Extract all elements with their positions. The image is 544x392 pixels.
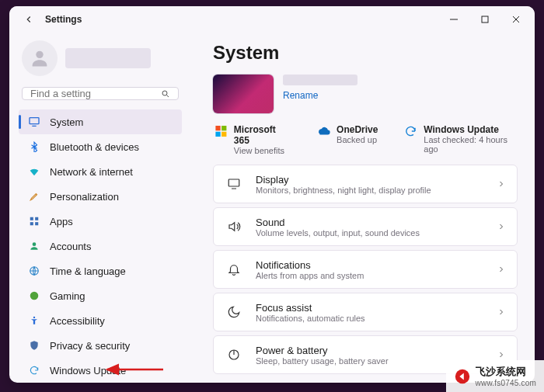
watermark-text: 飞沙系统网 bbox=[476, 365, 536, 379]
bell-icon bbox=[226, 262, 242, 277]
minimize-button[interactable] bbox=[438, 7, 469, 32]
chevron-right-icon bbox=[497, 350, 506, 359]
search-icon bbox=[161, 88, 170, 99]
avatar bbox=[22, 40, 58, 76]
svg-rect-16 bbox=[215, 126, 220, 130]
info-strip: Microsoft 365 View benefits OneDrive Bac… bbox=[213, 124, 518, 155]
svg-point-13 bbox=[30, 292, 39, 300]
update-icon bbox=[28, 364, 40, 376]
accessibility-icon bbox=[28, 314, 40, 327]
device-thumbnail[interactable] bbox=[213, 75, 274, 113]
svg-rect-19 bbox=[221, 132, 226, 137]
brush-icon bbox=[28, 190, 40, 203]
close-button[interactable] bbox=[500, 7, 532, 32]
search-input[interactable] bbox=[30, 88, 161, 99]
sidebar-item-accessibility[interactable]: Accessibility bbox=[19, 308, 182, 333]
svg-rect-8 bbox=[35, 217, 38, 220]
person-icon bbox=[28, 240, 40, 252]
m365-icon bbox=[214, 124, 228, 138]
svg-rect-18 bbox=[215, 132, 220, 137]
shield-icon bbox=[28, 339, 40, 352]
info-sub: Last checked: 4 hours ago bbox=[424, 135, 518, 154]
monitor-icon bbox=[28, 116, 40, 128]
svg-line-4 bbox=[167, 95, 169, 97]
watermark-sub: www.fs0745.com bbox=[476, 379, 536, 387]
info-title: Windows Update bbox=[424, 124, 518, 135]
onedrive-icon bbox=[316, 124, 330, 138]
maximize-icon bbox=[481, 16, 489, 23]
device-name-placeholder bbox=[283, 75, 357, 85]
svg-rect-7 bbox=[30, 217, 33, 220]
sidebar-item-label: Personalization bbox=[50, 191, 119, 203]
back-button[interactable] bbox=[19, 9, 39, 29]
power-icon bbox=[226, 347, 242, 363]
svg-rect-1 bbox=[482, 16, 488, 23]
sidebar-item-label: Accessibility bbox=[50, 315, 105, 327]
card-sub: Monitors, brightness, night light, displ… bbox=[256, 186, 483, 195]
sidebar-item-time-language[interactable]: Time & language bbox=[19, 258, 182, 283]
window-controls bbox=[438, 7, 532, 32]
person-icon bbox=[29, 47, 51, 69]
card-title: Focus assist bbox=[256, 302, 483, 314]
sidebar-item-personalization[interactable]: Personalization bbox=[19, 184, 182, 209]
chevron-right-icon bbox=[497, 265, 506, 274]
wifi-icon bbox=[28, 165, 40, 178]
titlebar: Settings bbox=[9, 6, 535, 33]
sidebar-item-privacy[interactable]: Privacy & security bbox=[19, 333, 182, 358]
settings-window: Settings System bbox=[9, 6, 535, 383]
card-display[interactable]: Display Monitors, brightness, night ligh… bbox=[213, 165, 518, 203]
info-title: OneDrive bbox=[337, 124, 378, 135]
sidebar-item-label: Bluetooth & devices bbox=[50, 141, 139, 153]
card-sound[interactable]: Sound Volume levels, output, input, soun… bbox=[213, 207, 518, 246]
watermark: 飞沙系统网 www.fs0745.com bbox=[446, 360, 544, 392]
svg-point-14 bbox=[33, 317, 35, 318]
sidebar-item-label: System bbox=[50, 116, 83, 128]
sidebar-item-network[interactable]: Network & internet bbox=[19, 159, 182, 184]
red-arrow-callout bbox=[103, 363, 165, 376]
sidebar-item-label: Network & internet bbox=[50, 166, 133, 178]
search-box[interactable] bbox=[22, 87, 179, 100]
profile-block[interactable] bbox=[19, 37, 190, 87]
svg-rect-17 bbox=[221, 126, 226, 130]
watermark-logo-icon bbox=[454, 368, 471, 385]
card-sub: Alerts from apps and system bbox=[256, 271, 483, 280]
main-panel: System Rename Microsoft 365 View benefit… bbox=[190, 33, 535, 383]
update-icon bbox=[404, 124, 417, 138]
sidebar-item-label: Time & language bbox=[50, 265, 126, 277]
nav-list: System Bluetooth & devices Network & int… bbox=[19, 109, 190, 383]
sidebar-item-accounts[interactable]: Accounts bbox=[19, 234, 182, 258]
content: System Bluetooth & devices Network & int… bbox=[9, 33, 535, 383]
info-m365[interactable]: Microsoft 365 View benefits bbox=[214, 124, 290, 155]
svg-point-2 bbox=[36, 51, 43, 58]
info-sub: View benefits bbox=[234, 146, 290, 155]
sidebar-item-label: Privacy & security bbox=[50, 340, 130, 352]
sidebar-item-gaming[interactable]: Gaming bbox=[19, 283, 182, 308]
info-onedrive[interactable]: OneDrive Backed up bbox=[316, 124, 378, 155]
globe-icon bbox=[28, 265, 40, 277]
rename-link[interactable]: Rename bbox=[283, 90, 357, 101]
svg-rect-10 bbox=[35, 222, 38, 225]
chevron-right-icon bbox=[497, 222, 506, 231]
card-notifications[interactable]: Notifications Alerts from apps and syste… bbox=[213, 250, 518, 289]
sidebar-item-label: Accounts bbox=[50, 241, 91, 252]
card-title: Notifications bbox=[256, 259, 483, 271]
svg-point-11 bbox=[33, 242, 37, 246]
info-windows-update[interactable]: Windows Update Last checked: 4 hours ago bbox=[404, 124, 518, 155]
settings-cards: Display Monitors, brightness, night ligh… bbox=[213, 165, 518, 374]
profile-name-placeholder bbox=[65, 48, 151, 68]
sidebar-item-apps[interactable]: Apps bbox=[19, 209, 182, 234]
sidebar-item-system[interactable]: System bbox=[19, 109, 182, 134]
minimize-icon bbox=[450, 16, 458, 23]
sidebar-item-label: Gaming bbox=[50, 290, 85, 302]
svg-rect-20 bbox=[228, 179, 239, 186]
device-info: Rename bbox=[283, 75, 357, 101]
svg-rect-9 bbox=[30, 222, 33, 225]
card-focus-assist[interactable]: Focus assist Notifications, automatic ru… bbox=[213, 293, 518, 331]
card-title: Power & battery bbox=[256, 345, 483, 356]
sidebar-item-bluetooth[interactable]: Bluetooth & devices bbox=[19, 134, 182, 159]
sidebar: System Bluetooth & devices Network & int… bbox=[9, 33, 190, 383]
info-title: Microsoft 365 bbox=[234, 124, 290, 146]
apps-icon bbox=[28, 215, 40, 227]
card-sub: Volume levels, output, input, sound devi… bbox=[256, 228, 483, 238]
maximize-button[interactable] bbox=[469, 7, 500, 32]
